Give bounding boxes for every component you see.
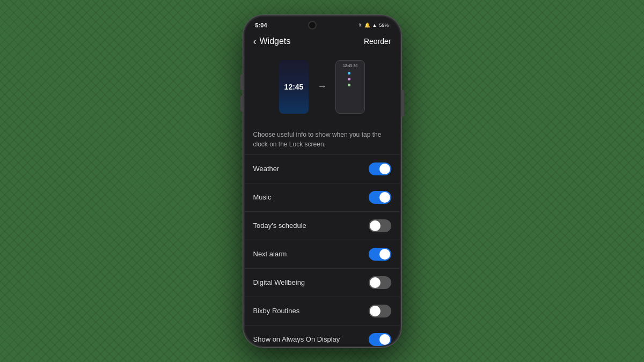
toggle-knob-bixby: [370, 306, 380, 316]
toggle-alarm[interactable]: [369, 248, 391, 261]
toggle-music[interactable]: [369, 191, 391, 204]
preview-left-time: 12:45: [284, 83, 304, 91]
camera-notch: [308, 21, 317, 29]
status-time: 5:04: [255, 22, 267, 28]
reorder-button[interactable]: Reorder: [364, 37, 391, 46]
volume-down-button: [240, 95, 243, 112]
toggle-label-alarm: Next alarm: [253, 250, 287, 258]
wifi-icon: ▲: [372, 23, 377, 28]
toggle-label-bixby: Bixby Routines: [253, 307, 300, 315]
toggle-wellbeing[interactable]: [369, 276, 391, 289]
toggle-row-wellbeing: Digital Wellbeing: [245, 268, 400, 297]
preview-right-time: 12:45:36: [343, 64, 357, 68]
toggle-row-bixby: Bixby Routines: [245, 297, 400, 325]
toggle-aod[interactable]: [369, 333, 391, 346]
back-button[interactable]: ‹: [253, 36, 257, 47]
expanded-preview: 12:45:36: [335, 60, 365, 114]
dot-purple: [348, 78, 350, 80]
settings-content: Choose useful info to show when you tap …: [245, 122, 400, 346]
toggle-knob-schedule: [370, 220, 380, 231]
toggle-bixby[interactable]: [369, 305, 391, 317]
toggle-knob-weather: [379, 164, 390, 174]
toggle-label-wellbeing: Digital Wellbeing: [253, 278, 305, 286]
phone-screen: 5:04 ⚹ 🔔 ▲ 59% ‹ Widgets Reorder 12:45 →: [245, 17, 400, 346]
toggle-knob-alarm: [379, 249, 390, 260]
preview-section: 12:45 → 12:45:36: [245, 51, 400, 122]
preview-row-2: [348, 78, 353, 80]
page-title: Widgets: [260, 36, 364, 46]
toggle-knob-aod: [379, 334, 390, 345]
toggle-label-aod: Show on Always On Display: [253, 335, 340, 343]
toggle-knob-music: [379, 192, 390, 203]
lock-screen-preview: 12:45: [279, 60, 309, 114]
battery-level: 59%: [379, 23, 389, 28]
dot-green: [348, 84, 350, 86]
toggle-row-music: Music: [245, 183, 400, 211]
description-text: Choose useful info to show when you tap …: [245, 122, 400, 154]
toggle-schedule[interactable]: [369, 219, 391, 232]
sound-icon: 🔔: [364, 23, 370, 28]
toggle-knob-wellbeing: [370, 277, 380, 288]
toggle-label-schedule: Today's schedule: [253, 221, 306, 230]
toggle-row-weather: Weather: [245, 154, 400, 183]
status-bar: 5:04 ⚹ 🔔 ▲ 59%: [245, 17, 400, 32]
toggle-row-alarm: Next alarm: [245, 240, 400, 268]
toggle-row-aod: Show on Always On Display: [245, 325, 400, 346]
top-nav: ‹ Widgets Reorder: [245, 32, 400, 51]
status-icons: ⚹ 🔔 ▲ 59%: [358, 22, 389, 28]
toggle-weather[interactable]: [369, 162, 391, 175]
toggle-label-music: Music: [253, 193, 272, 201]
preview-row-3: [348, 84, 353, 86]
toggle-label-weather: Weather: [253, 165, 280, 173]
dot-blue: [348, 72, 350, 75]
toggle-row-schedule: Today's schedule: [245, 211, 400, 240]
volume-up-button: [240, 74, 243, 90]
arrow-icon: →: [317, 81, 327, 92]
power-button: [401, 90, 404, 117]
bluetooth-icon: ⚹: [358, 22, 362, 28]
preview-row-1: [348, 72, 353, 75]
phone-frame: 5:04 ⚹ 🔔 ▲ 59% ‹ Widgets Reorder 12:45 →: [243, 15, 401, 348]
